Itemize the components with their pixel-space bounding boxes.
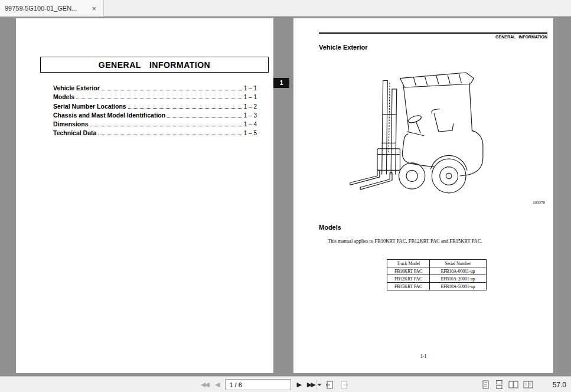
table-cell: FB15KRT PAC	[387, 283, 430, 290]
toc-leader-dots	[98, 135, 242, 135]
table-cell: EFB10A-20001-up	[430, 275, 487, 283]
models-table: Truck Model Serial Number FB10KRT PAC EF…	[387, 259, 487, 290]
toc-leader-dots	[128, 108, 242, 109]
table-cell: FB12KRT PAC	[387, 275, 430, 283]
toc-entry-label: Models	[53, 93, 74, 100]
table-header-cell: Serial Number	[430, 260, 487, 267]
continuous-pages-icon	[495, 380, 504, 389]
page-left: GENERAL INFORMATION Vehicle Exterior 1 –…	[16, 18, 273, 373]
page-arrow-left-icon	[325, 381, 334, 389]
view-mode-buttons	[481, 377, 533, 392]
figure-number: 103378	[488, 200, 545, 205]
previous-view-button[interactable]	[325, 381, 334, 389]
toc-leader-dots	[90, 126, 242, 126]
facing-pages-icon	[508, 380, 518, 389]
toc-entry-label: Chassis and Mast Model Identification	[53, 112, 165, 119]
page-number: 1-1	[293, 354, 553, 359]
table-cell: EFB10A-50001-up	[430, 283, 487, 290]
toc-entry-page: 1 – 4	[244, 121, 257, 128]
toc-entry-page: 1 – 2	[244, 103, 257, 110]
book-view-icon	[523, 380, 533, 389]
toc-entry-label: Technical Data	[53, 129, 96, 136]
last-page-button[interactable]: ▶▶	[307, 381, 316, 388]
status-bar: ◀◀ ◀ ▶ ▶▶	[0, 376, 571, 392]
book-view-button[interactable]	[523, 380, 533, 389]
toc-entry: Vehicle Exterior 1 – 1	[53, 84, 257, 93]
next-view-button[interactable]	[340, 381, 349, 389]
toc-entry-page: 1 – 3	[244, 112, 257, 119]
first-page-button[interactable]: ◀◀	[201, 381, 210, 388]
toc-leader-dots	[167, 117, 242, 117]
page-number-combobox	[225, 379, 291, 390]
table-cell: FB10KRT PAC	[387, 267, 430, 275]
models-paragraph: This manual applies to FB10KRT PAC, FB12…	[328, 238, 482, 244]
toc-entry-page: 1 – 1	[244, 85, 257, 92]
toc-entry-label: Dimensions	[53, 120, 89, 128]
toc-entry-page: 1 – 1	[244, 94, 257, 100]
document-canvas: GENERAL INFORMATION Vehicle Exterior 1 –…	[0, 17, 571, 376]
table-row: FB15KRT PAC EFB10A-50001-up	[387, 283, 487, 290]
toc-entry: Models 1 – 1	[53, 93, 257, 102]
toc-entry-label: Vehicle Exterior	[53, 84, 100, 92]
section-heading-models: Models	[319, 224, 341, 231]
toc-entry-label: Serial Number Locations	[53, 103, 126, 110]
single-page-view-button[interactable]	[481, 380, 490, 389]
toc-entry: Technical Data 1 – 5	[53, 129, 257, 138]
section-heading-vehicle-exterior: Vehicle Exterior	[319, 44, 368, 51]
tab-title: 99759-5G100-01_GEN...	[5, 5, 89, 12]
tab-bar: 99759-5G100-01_GEN... ×	[0, 0, 571, 17]
facing-pages-view-button[interactable]	[508, 380, 518, 389]
table-cell: EFB10A-00011-up	[430, 267, 487, 275]
chevron-down-icon[interactable]	[317, 380, 322, 390]
toc-entry: Dimensions 1 – 4	[53, 120, 257, 129]
table-of-contents: Vehicle Exterior 1 – 1 Models 1 – 1 Seri…	[53, 84, 257, 139]
page-right: GENERAL INFORMATION Vehicle Exterior	[293, 18, 553, 373]
toc-entry-page: 1 – 5	[244, 130, 257, 136]
previous-page-button[interactable]: ◀	[215, 381, 220, 388]
running-header: GENERAL INFORMATION	[319, 32, 547, 39]
continuous-view-button[interactable]	[495, 380, 504, 389]
toc-entry: Chassis and Mast Model Identification 1 …	[53, 112, 257, 120]
next-page-button[interactable]: ▶	[296, 381, 301, 388]
table-row: FB12KRT PAC EFB10A-20001-up	[387, 275, 487, 283]
chapter-index-tab: 1	[273, 78, 289, 88]
table-header-row: Truck Model Serial Number	[387, 260, 487, 267]
toc-leader-dots	[102, 90, 242, 90]
forklift-figure	[348, 61, 495, 202]
forklift-line-drawing	[348, 61, 495, 202]
close-icon[interactable]: ×	[89, 4, 99, 13]
page-navigation: ◀◀ ◀ ▶ ▶▶	[201, 377, 349, 392]
chapter-title: GENERAL INFORMATION	[99, 60, 210, 70]
chapter-title-box: GENERAL INFORMATION	[40, 57, 269, 73]
page-arrow-right-icon	[340, 381, 349, 389]
zoom-level: 57.0	[553, 377, 566, 392]
single-page-icon	[481, 380, 490, 389]
table-header-cell: Truck Model	[387, 260, 430, 267]
toc-entry: Serial Number Locations 1 – 2	[53, 103, 257, 112]
document-tab[interactable]: 99759-5G100-01_GEN... ×	[0, 0, 104, 17]
table-row: FB10KRT PAC EFB10A-00011-up	[387, 267, 487, 275]
toc-leader-dots	[76, 99, 242, 99]
page-number-input[interactable]	[226, 381, 317, 388]
